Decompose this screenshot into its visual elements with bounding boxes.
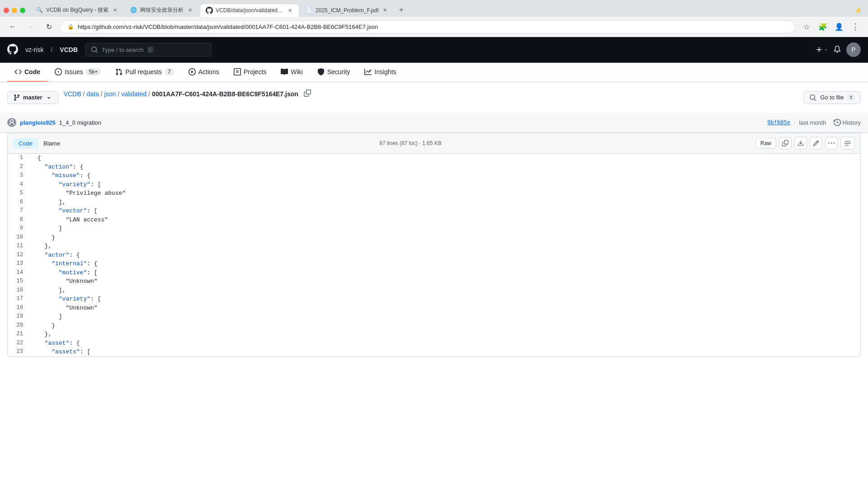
line-number[interactable]: 13	[8, 259, 30, 268]
file-info: 87 lines (87 loc) · 1.65 KB	[379, 140, 441, 146]
bookmark-button[interactable]: ☆	[799, 19, 814, 34]
back-button[interactable]: ←	[5, 19, 20, 34]
raw-button[interactable]: Raw	[755, 138, 776, 149]
header-notification-button[interactable]	[834, 46, 841, 54]
file-toolbar-wrapper: Code Blame 87 lines (87 loc) · 1.65 KB R…	[7, 133, 861, 357]
table-row: 16 ],	[8, 286, 860, 295]
edit-button[interactable]	[810, 137, 822, 150]
browser-tab-4[interactable]: 📄 2025_ICM_Problem_F.pdf ✕	[300, 4, 394, 17]
line-content: ]	[30, 224, 860, 233]
header-repo[interactable]: VCDB	[60, 46, 78, 53]
nav-issues-label: Issues	[65, 68, 83, 75]
window-maximize-btn[interactable]	[20, 8, 25, 13]
tab-close-1[interactable]: ✕	[111, 7, 118, 14]
tab-favicon-1: 🔍	[36, 7, 43, 14]
settings-button[interactable]: ⋮	[848, 19, 863, 34]
extensions-menu[interactable]: 🧩	[816, 19, 830, 34]
nav-actions[interactable]: Actions	[181, 63, 226, 82]
line-number[interactable]: 3	[8, 171, 30, 180]
tab-close-2[interactable]: ✕	[186, 7, 193, 14]
table-row: 11 },	[8, 242, 860, 251]
table-row: 17 "variety": [	[8, 295, 860, 304]
line-number[interactable]: 20	[8, 321, 30, 330]
view-toggle-button[interactable]	[840, 137, 855, 150]
line-content: "Unknown"	[30, 304, 860, 313]
browser-tab-2[interactable]: 🌐 网络安全政策分析 ✕	[125, 4, 199, 17]
search-bar[interactable]: Type / to search /	[85, 43, 212, 56]
line-number[interactable]: 6	[8, 198, 30, 207]
window-close-btn[interactable]	[4, 8, 9, 13]
line-content: "vector": [	[30, 206, 860, 216]
copy-path-icon[interactable]	[304, 89, 311, 98]
nav-pull-requests[interactable]: Pull requests 7	[108, 63, 181, 82]
more-options-button[interactable]	[825, 137, 838, 150]
user-avatar[interactable]: P	[846, 42, 861, 57]
tab-favicon-3	[206, 7, 213, 14]
breadcrumb-sep-1: /	[83, 90, 85, 98]
address-bar[interactable]: 🔒 https://github.com/vz-risk/VCDB/blob/m…	[60, 20, 796, 33]
commit-hash[interactable]: 9bf605e	[767, 119, 790, 126]
nav-insights[interactable]: Insights	[357, 63, 403, 82]
branch-container: master VCDB / data / json / validated / …	[7, 89, 861, 105]
line-number[interactable]: 17	[8, 295, 30, 304]
copy-button[interactable]	[779, 137, 792, 150]
line-number[interactable]: 11	[8, 242, 30, 251]
line-number[interactable]: 8	[8, 216, 30, 225]
commit-author[interactable]: planglois925	[20, 119, 56, 126]
new-tab-button[interactable]: +	[395, 4, 407, 16]
line-number[interactable]: 10	[8, 233, 30, 242]
breadcrumb-validated[interactable]: validated	[121, 90, 146, 98]
tab-code[interactable]: Code	[13, 138, 38, 149]
github-logo[interactable]	[7, 44, 18, 56]
line-number[interactable]: 4	[8, 180, 30, 189]
url-text[interactable]: https://github.com/vz-risk/VCDB/blob/mas…	[78, 23, 788, 30]
line-number[interactable]: 22	[8, 339, 30, 348]
line-number[interactable]: 12	[8, 251, 30, 260]
profile-button[interactable]: 👤	[832, 19, 846, 34]
line-number[interactable]: 2	[8, 163, 30, 172]
tab-title-2: 网络安全政策分析	[140, 6, 184, 14]
browser-tab-3[interactable]: VCDB/data/json/validated/0001A... ✕	[200, 4, 299, 17]
line-number[interactable]: 5	[8, 189, 30, 198]
line-number[interactable]: 21	[8, 330, 30, 339]
history-label: History	[843, 119, 861, 126]
reload-button[interactable]: ↻	[42, 19, 56, 34]
commit-bar: planglois925 1_4_0 migration 9bf605e · l…	[0, 113, 868, 133]
tab-close-4[interactable]: ✕	[381, 7, 388, 14]
browser-tab-1[interactable]: 🔍 VCDB on BigQuery - 搜索 ✕	[31, 4, 124, 17]
line-content: "actor": {	[30, 251, 860, 260]
line-number[interactable]: 7	[8, 206, 30, 216]
line-number[interactable]: 19	[8, 312, 30, 321]
tab-blame[interactable]: Blame	[38, 138, 66, 149]
nav-code[interactable]: Code	[7, 63, 47, 82]
window-minimize-btn[interactable]	[12, 8, 17, 13]
branch-selector[interactable]: master	[7, 91, 58, 104]
line-number[interactable]: 23	[8, 347, 30, 357]
line-number[interactable]: 18	[8, 304, 30, 313]
line-content: ],	[30, 198, 860, 207]
nav-projects[interactable]: Projects	[226, 63, 274, 82]
nav-actions-label: Actions	[198, 68, 219, 75]
header-sep: /	[51, 46, 52, 53]
nav-security[interactable]: Security	[310, 63, 358, 82]
header-user-path[interactable]: vz-risk	[25, 46, 43, 53]
line-number[interactable]: 9	[8, 224, 30, 233]
commit-author-avatar[interactable]	[7, 118, 16, 127]
history-button[interactable]: History	[834, 119, 861, 126]
breadcrumb-json[interactable]: json	[104, 90, 116, 98]
forward-button[interactable]: →	[24, 19, 38, 34]
table-row: 22 "asset": {	[8, 339, 860, 348]
tab-close-3[interactable]: ✕	[286, 7, 293, 14]
line-number[interactable]: 14	[8, 268, 30, 277]
download-button[interactable]	[794, 137, 807, 150]
line-number[interactable]: 1	[8, 154, 30, 163]
nav-wiki[interactable]: Wiki	[274, 63, 310, 82]
breadcrumb-data[interactable]: data	[86, 90, 99, 98]
line-number[interactable]: 15	[8, 277, 30, 286]
header-plus-button[interactable]	[816, 46, 828, 53]
goto-file-button[interactable]: Go to file t	[803, 91, 861, 104]
nav-issues[interactable]: Issues 5k+	[47, 63, 108, 82]
line-number[interactable]: 16	[8, 286, 30, 295]
breadcrumb-vcdb[interactable]: VCDB	[64, 90, 81, 98]
extensions-button[interactable]: ⚡	[852, 4, 864, 17]
